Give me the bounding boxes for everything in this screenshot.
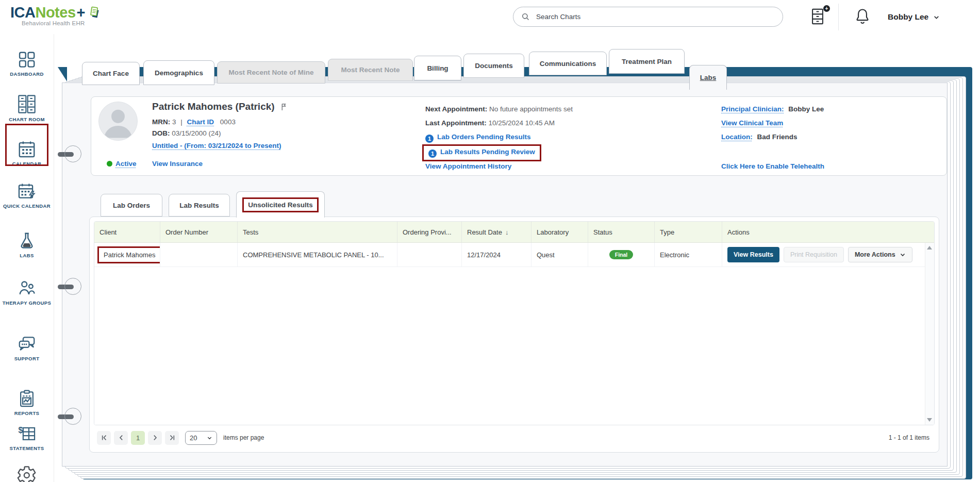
column-header-status[interactable]: Status xyxy=(588,222,655,242)
column-header-order-number[interactable]: Order Number xyxy=(160,222,238,242)
user-menu[interactable]: Bobby Lee xyxy=(888,0,940,34)
column-header-actions: Actions xyxy=(722,222,934,242)
page-number-button[interactable]: 1 xyxy=(131,431,145,445)
sidebar-item-support[interactable]: SUPPORT xyxy=(0,334,54,362)
chart-binder: Chart Face Demographics Most Recent Note… xyxy=(54,34,980,482)
tab-lab-results[interactable]: Lab Results xyxy=(169,194,230,217)
table-row[interactable]: Patrick Mahomes COMPREHENSIVE METABOLIC … xyxy=(94,243,925,267)
pager-range-label: 1 - 1 of 1 items xyxy=(889,434,932,441)
scroll-up-arrow[interactable] xyxy=(927,246,932,250)
annotation-box-unsolicited-results: Unsolicited Results xyxy=(242,197,318,212)
results-grid: Client Order Number Tests Ordering Provi… xyxy=(94,221,935,425)
annotation-box-lab-results-pending: 1Lab Results Pending Review xyxy=(422,144,541,161)
sidebar-item-chart-room[interactable]: CHART ROOM xyxy=(0,94,54,123)
previous-page-button[interactable] xyxy=(114,431,128,445)
view-insurance-link[interactable]: View Insurance xyxy=(152,160,203,168)
mrn-value: 3 xyxy=(172,118,176,126)
tab-lab-orders[interactable]: Lab Orders xyxy=(101,194,162,217)
tab-communications[interactable]: Communications xyxy=(529,52,607,75)
cell-tests: COMPREHENSIVE METABOLIC PANEL - 10... xyxy=(238,243,397,267)
vertical-scrollbar[interactable] xyxy=(925,243,934,425)
items-per-page-select[interactable]: 20 xyxy=(185,431,217,445)
tab-treatment-plan[interactable]: Treatment Plan xyxy=(609,49,685,74)
quick-calendar-icon xyxy=(0,181,54,201)
active-status-dot xyxy=(107,161,112,167)
episode-link[interactable]: Untitled - (From: 03/21/2024 to Present) xyxy=(152,142,281,149)
binder-ring xyxy=(57,145,84,163)
binder-ring xyxy=(57,407,84,426)
principal-clinician-value: Bobby Lee xyxy=(788,105,824,113)
tab-most-recent-note-of-mine[interactable]: Most Recent Note of Mine xyxy=(217,61,325,84)
add-chart-badge-icon: + xyxy=(823,5,830,12)
sidebar-item-reports[interactable]: REPORTS xyxy=(0,389,54,417)
column-header-client[interactable]: Client xyxy=(94,222,160,242)
svg-text:$: $ xyxy=(18,426,23,435)
last-page-button[interactable] xyxy=(165,431,179,445)
cell-result-date: 12/17/2024 xyxy=(462,243,531,267)
cell-ordering-provider xyxy=(397,243,462,267)
tab-billing[interactable]: Billing xyxy=(414,56,461,80)
column-header-laboratory[interactable]: Laboratory xyxy=(531,222,588,242)
logo-text-plus: + xyxy=(77,4,85,21)
tab-unsolicited-results[interactable]: Unsolicited Results xyxy=(236,191,325,218)
dob-label: DOB: xyxy=(152,129,170,137)
cell-laboratory: Quest xyxy=(531,243,588,267)
grid-header-row: Client Order Number Tests Ordering Provi… xyxy=(94,222,934,243)
next-appointment-value: No future appointments set xyxy=(489,105,573,113)
tab-demographics[interactable]: Demographics xyxy=(143,60,214,85)
reports-icon xyxy=(0,389,54,408)
annotation-box-client-name: Patrick Mahomes xyxy=(97,246,160,263)
chart-id-link[interactable]: Chart ID xyxy=(187,118,214,126)
statements-icon: $ xyxy=(0,424,54,443)
flag-icon[interactable] xyxy=(280,102,289,112)
chart-room-quick-access-button[interactable]: + xyxy=(809,7,829,27)
sidebar-item-settings[interactable] xyxy=(0,465,54,482)
view-results-button[interactable]: View Results xyxy=(727,247,779,262)
sidebar-item-therapy-groups[interactable]: THERAPY GROUPS xyxy=(0,278,54,306)
cell-type: Electronic xyxy=(655,243,722,267)
location-link[interactable]: Location: xyxy=(721,133,753,141)
column-header-tests[interactable]: Tests xyxy=(238,222,397,242)
support-chat-icon xyxy=(0,334,54,354)
lab-results-pending-link[interactable]: Lab Results Pending Review xyxy=(440,148,535,156)
column-header-result-date[interactable]: Result Date ↓ xyxy=(462,222,531,242)
logo-document-icon xyxy=(86,5,101,20)
principal-clinician-link[interactable]: Principal Clinician: xyxy=(721,105,784,113)
column-header-type[interactable]: Type xyxy=(655,222,722,242)
patient-name: Patrick Mahomes (Patrick) xyxy=(152,101,275,112)
cell-order-number xyxy=(160,243,238,267)
grid-pager: 1 20 items per page 1 - 1 of 1 items xyxy=(94,426,935,449)
binder-ring xyxy=(57,277,84,296)
column-header-ordering-provider[interactable]: Ordering Provi... xyxy=(397,222,462,242)
tab-labs[interactable]: Labs xyxy=(689,65,727,90)
view-clinical-team-link[interactable]: View Clinical Team xyxy=(721,119,783,127)
tab-most-recent-note[interactable]: Most Recent Note xyxy=(328,59,413,81)
tab-documents[interactable]: Documents xyxy=(463,54,524,78)
first-page-button[interactable] xyxy=(97,431,111,445)
sidebar-item-quick-calendar[interactable]: QUICK CALENDAR xyxy=(0,181,54,209)
view-appointment-history-link[interactable]: View Appointment History xyxy=(425,162,511,170)
chart-room-icon xyxy=(0,94,54,114)
search-charts-input[interactable] xyxy=(535,12,775,21)
active-status-link[interactable]: Active xyxy=(115,160,137,168)
lab-results-count-icon: 1 xyxy=(428,149,437,158)
sort-desc-icon: ↓ xyxy=(505,228,509,236)
icanotes-logo[interactable]: ICANotes+ Behavioral Health EHR xyxy=(10,4,101,26)
more-actions-button[interactable]: More Actions xyxy=(848,247,912,262)
scroll-down-arrow[interactable] xyxy=(927,418,932,422)
sidebar-item-dashboard[interactable]: DASHBOARD xyxy=(0,49,54,77)
notifications-bell-icon[interactable] xyxy=(854,7,872,26)
sidebar-item-statements[interactable]: $ STATEMENTS xyxy=(0,424,54,452)
tab-chart-face[interactable]: Chart Face xyxy=(82,62,140,85)
chevron-down-icon xyxy=(933,14,940,21)
next-page-button[interactable] xyxy=(148,431,162,445)
enable-telehealth-link[interactable]: Click Here to Enable Telehealth xyxy=(721,162,824,170)
lab-orders-pending-link[interactable]: Lab Orders Pending Results xyxy=(437,133,531,141)
logo-text-notes: Notes xyxy=(35,4,75,21)
sidebar-item-calendar[interactable]: CALENDAR xyxy=(0,139,54,167)
sidebar-item-labs[interactable]: LABS xyxy=(0,231,54,259)
patient-summary-card: Patrick Mahomes (Patrick) MRN: 3 | Chart… xyxy=(91,96,947,176)
dashboard-icon xyxy=(0,49,54,69)
patient-avatar xyxy=(98,102,138,141)
chevron-down-icon xyxy=(900,252,906,258)
